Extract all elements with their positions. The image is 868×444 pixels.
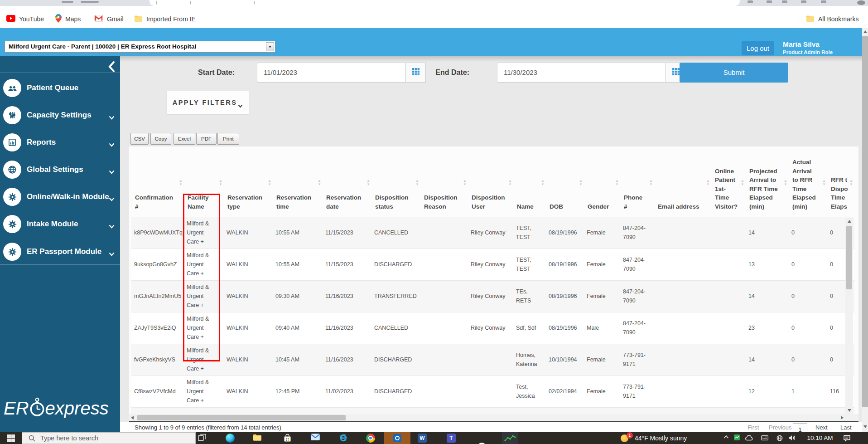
start-date-input[interactable]: 11/01/2023 <box>257 63 406 83</box>
tray-app-icon[interactable] <box>734 434 740 440</box>
maps-icon <box>55 14 62 24</box>
folder-icon <box>806 15 815 24</box>
table-cell: 10/10/1994 <box>546 344 584 376</box>
chrome-icon[interactable] <box>366 434 375 443</box>
table-cell <box>420 217 468 249</box>
sidebar-item-patient-queue[interactable]: Patient Queue <box>0 79 120 97</box>
pagination-first[interactable]: First <box>747 424 759 431</box>
sidebar-item-online-walk-in-module[interactable]: Online/Walk-in Module <box>0 188 120 206</box>
outlook-icon[interactable] <box>384 432 410 444</box>
scroll-right-icon[interactable] <box>841 416 844 420</box>
screen: All Bookmarks YouTubeMapsGmailImported F… <box>0 0 868 444</box>
keyboard-tray-icon[interactable] <box>761 435 768 440</box>
sidebar-item-er-passport-module[interactable]: ER Passport Module <box>0 243 120 261</box>
page-scrollbar[interactable] <box>862 28 868 432</box>
start-button[interactable] <box>7 434 15 443</box>
bookmark-gmail[interactable]: Gmail <box>94 6 124 28</box>
scrollbar-thumb[interactable] <box>137 415 346 420</box>
action-center-icon[interactable] <box>844 435 850 442</box>
task-view-icon[interactable] <box>198 434 207 443</box>
column-header-4[interactable]: Reservation time▲▼ <box>273 146 323 217</box>
bookmark-maps[interactable]: Maps <box>55 6 81 28</box>
store-icon[interactable] <box>283 434 292 443</box>
column-header-13[interactable]: Email address▲▼ <box>654 146 711 217</box>
hidden-icons-chevron[interactable] <box>723 435 729 439</box>
scrollbar-thumb[interactable] <box>846 226 852 289</box>
file-explorer-icon[interactable] <box>253 434 262 443</box>
scrollbar-thumb[interactable] <box>862 36 868 407</box>
pagination-next[interactable]: Next <box>815 424 828 431</box>
table-cell: 11/15/2023 <box>323 217 371 249</box>
edge-icon[interactable] <box>226 434 235 443</box>
end-date-input[interactable]: 11/30/2023 <box>497 63 666 83</box>
word-icon[interactable]: W <box>418 434 427 443</box>
scroll-down-icon[interactable] <box>863 425 867 428</box>
table-cell: Test, Jessica <box>513 376 546 407</box>
table-cell: 11/02/2023 <box>323 376 371 407</box>
logout-button[interactable]: Log out <box>742 41 774 55</box>
table-cell: Female <box>584 344 620 376</box>
teams-icon[interactable]: T <box>447 434 456 443</box>
user-role: Product Admin Role <box>783 49 833 55</box>
export-pdf-button[interactable]: PDF <box>196 133 217 145</box>
table-cell: 12 <box>746 376 789 407</box>
export-csv-button[interactable]: CSV <box>130 133 149 145</box>
pagination-last[interactable]: Last <box>840 424 852 431</box>
column-header-10[interactable]: DOB▲▼ <box>546 146 584 217</box>
chevron-down-icon <box>109 113 115 122</box>
table-cell <box>654 312 711 344</box>
column-header-8[interactable]: Disposition User▲▼ <box>468 146 513 217</box>
volume-icon[interactable] <box>788 435 796 441</box>
column-header-17[interactable]: RFR t Dispo Time Elaps▲▼ <box>827 146 854 217</box>
scroll-down-icon[interactable] <box>848 409 851 412</box>
column-header-15[interactable]: Projected Arrival to RFR Time Elapsed (m… <box>746 146 789 217</box>
column-header-9[interactable]: Name▲▼ <box>513 146 546 217</box>
sidebar-item-reports[interactable]: Reports <box>0 133 120 151</box>
column-header-7[interactable]: Disposition Reason▲▼ <box>420 146 468 217</box>
table-cell: 09:30 AM <box>273 280 323 312</box>
sort-icon: ▲▼ <box>219 179 222 186</box>
column-header-5[interactable]: Reservation date▲▼ <box>323 146 371 217</box>
column-header-14[interactable]: Online Patient 1st- Time Visitor?▲▼ <box>711 146 746 217</box>
table-cell: Female <box>584 217 620 249</box>
export-print-button[interactable]: Print <box>217 133 239 145</box>
facility-dropdown[interactable]: Milford Urgent Care - Parent | 100020 | … <box>5 41 275 53</box>
network-icon[interactable] <box>776 435 783 441</box>
column-header-16[interactable]: Actual Arrival to RFR Time Elapsed (min)… <box>789 146 827 217</box>
table-vertical-scrollbar[interactable] <box>845 218 853 414</box>
column-header-11[interactable]: Gender▲▼ <box>584 146 620 217</box>
onedrive-icon[interactable] <box>745 435 753 441</box>
sidebar-item-capacity-settings[interactable]: Capacity Settings <box>0 106 120 124</box>
sidebar-item-global-settings[interactable]: Global Settings <box>0 161 120 179</box>
sidebar-item-intake-module[interactable]: Intake Module <box>0 215 120 233</box>
table-cell: DISCHARGED <box>371 376 420 407</box>
sidebar-item-label: Intake Module <box>27 220 78 229</box>
column-header-1[interactable]: Confirmation #▲▼ <box>131 146 184 217</box>
submit-button[interactable]: Submit <box>680 63 788 83</box>
pagination-previous[interactable]: Previous <box>769 424 792 431</box>
dropdown-arrow-icon[interactable]: ▼ <box>266 42 274 51</box>
scroll-up-icon[interactable] <box>848 220 851 223</box>
bookmark-youtube[interactable]: YouTube <box>6 6 44 28</box>
column-header-3[interactable]: Reservation type▲▼ <box>224 146 273 217</box>
scroll-up-icon[interactable] <box>863 30 867 33</box>
column-header-6[interactable]: Disposition status▲▼ <box>371 146 420 217</box>
all-bookmarks-button[interactable]: All Bookmarks <box>806 6 858 28</box>
sidebar-collapse-button[interactable] <box>108 61 115 73</box>
chart-app-icon[interactable] <box>502 432 518 444</box>
export-excel-button[interactable]: Excel <box>174 133 195 145</box>
clock[interactable]: 10:10 AM <box>803 434 837 441</box>
bookmark-imported-from-ie[interactable]: Imported From IE <box>134 6 196 28</box>
all-bookmarks-label: All Bookmarks <box>818 15 858 23</box>
table-cell: 14 <box>746 344 789 376</box>
column-header-12[interactable]: Phone #▲▼ <box>620 146 654 217</box>
table-cell: 773-791- 9171 <box>620 344 654 376</box>
export-copy-button[interactable]: Copy <box>150 133 171 145</box>
internet-explorer-icon[interactable] <box>339 434 348 443</box>
table-horizontal-scrollbar[interactable] <box>129 414 845 421</box>
weather-widget[interactable]: 1 44°F Mostly sunny <box>621 432 687 444</box>
mail-icon[interactable] <box>311 434 320 443</box>
taskbar-search[interactable]: Type here to search <box>22 432 196 444</box>
apply-filters-button[interactable]: APPLY FILTERS <box>167 91 249 114</box>
scroll-left-icon[interactable] <box>131 416 134 420</box>
